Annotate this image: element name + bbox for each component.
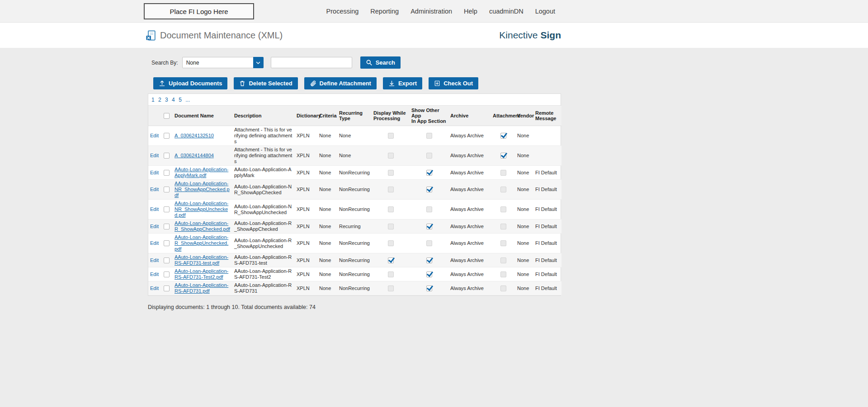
- col-document-name: Document Name: [173, 106, 232, 126]
- page-link-1[interactable]: 1: [151, 97, 155, 103]
- row-checkbox[interactable]: [164, 271, 170, 277]
- row-checkbox[interactable]: [164, 240, 170, 246]
- define-attachment-button[interactable]: Define Attachment: [304, 77, 377, 89]
- page-link-4[interactable]: 4: [172, 97, 175, 103]
- document-name-link[interactable]: A_030624144804: [175, 153, 214, 158]
- nav-processing[interactable]: Processing: [321, 8, 365, 15]
- brand-logo: Kinective Sign: [499, 23, 561, 48]
- attachment-checkbox[interactable]: [500, 257, 506, 263]
- display-while-processing-checkbox[interactable]: [388, 285, 394, 291]
- page-link-more[interactable]: ...: [185, 97, 190, 103]
- nav-user-cuadmindn[interactable]: cuadminDN: [483, 8, 529, 15]
- show-other-app-checkbox[interactable]: [426, 257, 432, 263]
- display-while-processing-checkbox[interactable]: [388, 206, 394, 212]
- display-while-processing-checkbox[interactable]: [388, 271, 394, 277]
- vendor-cell: None: [515, 267, 533, 281]
- edit-link[interactable]: Edit: [150, 285, 159, 291]
- attachment-checkbox[interactable]: [500, 224, 506, 229]
- display-while-processing-checkbox[interactable]: [388, 170, 394, 176]
- document-name-link[interactable]: AAuto-Loan-Application-ApplyMark.pdf: [175, 167, 228, 178]
- edit-link[interactable]: Edit: [150, 170, 159, 175]
- pagination: 1 2 3 4 5 ...: [148, 94, 561, 105]
- show-other-app-checkbox[interactable]: [426, 133, 432, 139]
- upload-documents-button[interactable]: Upload Documents: [153, 77, 227, 89]
- documents-table-panel: 1 2 3 4 5 ... Document Name Description: [148, 94, 561, 296]
- display-while-processing-checkbox[interactable]: [388, 257, 394, 263]
- archive-cell: Always Archive: [448, 267, 491, 281]
- show-other-app-checkbox[interactable]: [426, 153, 432, 159]
- document-name-link[interactable]: AAuto-Loan-Application-NR_ShowAppChecked…: [175, 181, 230, 198]
- document-name-link[interactable]: AAuto-Loan-Application-NR_ShowAppUncheck…: [175, 201, 228, 218]
- document-name-link[interactable]: AAuto-Loan-Application-RS-AFD731-test.pd…: [175, 254, 228, 266]
- show-other-app-checkbox[interactable]: [426, 206, 432, 212]
- display-while-processing-checkbox[interactable]: [388, 187, 394, 192]
- row-checkbox[interactable]: [164, 133, 170, 139]
- top-menu: Processing Reporting Administration Help…: [321, 0, 561, 23]
- edit-link[interactable]: Edit: [150, 240, 159, 246]
- select-all-checkbox[interactable]: [164, 113, 170, 119]
- remote-message-cell: FI Default: [533, 180, 561, 200]
- description-cell: AAuto-Loan-Application-RS-AFD731: [232, 281, 295, 295]
- col-remote-message: Remote Message: [533, 106, 561, 126]
- show-other-app-checkbox[interactable]: [426, 224, 432, 229]
- row-checkbox[interactable]: [164, 153, 170, 159]
- attachment-checkbox[interactable]: [500, 271, 506, 277]
- show-other-app-checkbox[interactable]: [426, 285, 432, 291]
- nav-reporting[interactable]: Reporting: [364, 8, 405, 15]
- document-name-link[interactable]: AAuto-Loan-Application-RS-AFD731.pdf: [175, 282, 228, 294]
- display-while-processing-checkbox[interactable]: [388, 240, 394, 246]
- attachment-checkbox[interactable]: [500, 240, 506, 246]
- show-other-app-checkbox[interactable]: [426, 271, 432, 277]
- search-button[interactable]: Search: [360, 56, 401, 69]
- edit-link[interactable]: Edit: [150, 257, 159, 263]
- page-link-2[interactable]: 2: [158, 97, 161, 103]
- chevron-down-icon[interactable]: [253, 57, 264, 68]
- row-checkbox[interactable]: [164, 206, 170, 212]
- criteria-cell: None: [317, 253, 337, 267]
- row-checkbox[interactable]: [164, 257, 170, 263]
- row-checkbox[interactable]: [164, 187, 170, 192]
- attachment-checkbox[interactable]: [500, 206, 506, 212]
- attachment-checkbox[interactable]: [500, 187, 506, 192]
- attachment-checkbox[interactable]: [500, 170, 506, 176]
- edit-link[interactable]: Edit: [150, 153, 159, 158]
- page-link-3[interactable]: 3: [165, 97, 168, 103]
- show-other-app-checkbox[interactable]: [426, 240, 432, 246]
- row-checkbox[interactable]: [164, 170, 170, 176]
- document-name-link[interactable]: A_030624132510: [175, 133, 214, 138]
- display-while-processing-checkbox[interactable]: [388, 153, 394, 159]
- export-button[interactable]: Export: [383, 77, 422, 89]
- delete-selected-button[interactable]: Delete Selected: [234, 77, 297, 89]
- dictionary-cell: XPLN: [295, 166, 317, 180]
- display-while-processing-checkbox[interactable]: [388, 133, 394, 139]
- edit-link[interactable]: Edit: [150, 187, 159, 192]
- show-other-app-checkbox[interactable]: [426, 170, 432, 176]
- table-row: Edit A_030624144804 Attachment - This is…: [148, 146, 561, 166]
- display-while-processing-checkbox[interactable]: [388, 224, 394, 229]
- document-name-link[interactable]: AAuto-Loan-Application-RS-AFD731-Test2.p…: [175, 268, 228, 280]
- attachment-checkbox[interactable]: [500, 133, 506, 139]
- remote-message-cell: FI Default: [533, 267, 561, 281]
- attachment-checkbox[interactable]: [500, 285, 506, 291]
- row-checkbox[interactable]: [164, 285, 170, 291]
- nav-logout[interactable]: Logout: [529, 8, 561, 15]
- search-input[interactable]: [271, 57, 352, 68]
- search-by-dropdown[interactable]: None: [182, 57, 264, 68]
- check-out-button[interactable]: Check Out: [429, 77, 478, 89]
- nav-administration[interactable]: Administration: [405, 8, 458, 15]
- description-cell: AAuto-Loan-Application-NR_ShowAppChecked: [232, 180, 295, 200]
- row-checkbox[interactable]: [164, 224, 170, 229]
- edit-link[interactable]: Edit: [150, 224, 159, 229]
- attachment-checkbox[interactable]: [500, 153, 506, 159]
- remote-message-cell: [533, 146, 561, 166]
- edit-link[interactable]: Edit: [150, 133, 159, 138]
- document-name-link[interactable]: AAuto-Loan-Application-R_ShowAppChecked.…: [175, 220, 230, 232]
- show-other-app-checkbox[interactable]: [426, 187, 432, 192]
- edit-link[interactable]: Edit: [150, 271, 159, 277]
- nav-help[interactable]: Help: [458, 8, 483, 15]
- page-link-5[interactable]: 5: [179, 97, 182, 103]
- document-name-link[interactable]: AAuto-Loan-Application-R_ShowAppUnchecke…: [175, 234, 228, 252]
- dictionary-cell: XPLN: [295, 234, 317, 253]
- edit-link[interactable]: Edit: [150, 206, 159, 212]
- vendor-cell: None: [515, 126, 533, 146]
